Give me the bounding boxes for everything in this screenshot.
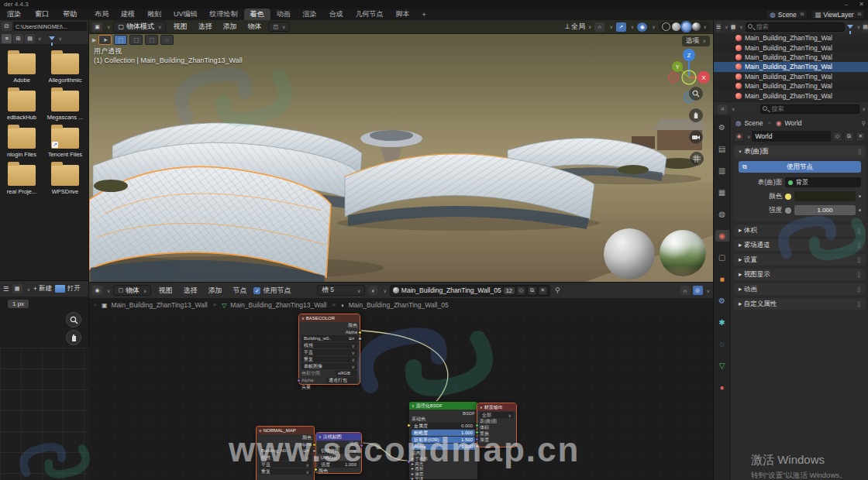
select-lasso-icon[interactable]: ◌ bbox=[160, 35, 174, 45]
surface-shader-selector[interactable]: 背景 bbox=[785, 177, 861, 187]
section-mist-pass[interactable]: ▸ 雾场通道⣿ bbox=[734, 239, 866, 251]
folder-feedbackhub[interactable]: edbackHub bbox=[0, 91, 43, 121]
transform-pivot-selector[interactable]: ◫∨ bbox=[268, 22, 290, 32]
zoom-icon[interactable] bbox=[66, 312, 81, 327]
tab-object-icon[interactable]: ■ bbox=[715, 273, 729, 285]
material-sphere-icon[interactable]: ◐ bbox=[368, 286, 378, 295]
select-subtract-icon[interactable]: ⬚ bbox=[145, 35, 158, 45]
node-principled-bsdf[interactable]: ∨原理化BSDF BSDF 基础色 金属度0.000 粗糙度1.000 折射率(… bbox=[408, 401, 478, 479]
section-viewport-display[interactable]: ▸ 视图显示⣿ bbox=[734, 269, 866, 280]
outliner-item[interactable]: Main_Building_ZhanTing_Wal bbox=[714, 53, 868, 62]
select-menu[interactable]: 选择 bbox=[179, 286, 201, 296]
viewport-camera-icon[interactable] bbox=[689, 130, 703, 144]
surface-panel-header[interactable]: ▼ 表(曲)面 ⣿ bbox=[734, 146, 866, 157]
target-dropdown[interactable]: 全部∨ bbox=[480, 412, 514, 418]
properties-search-input[interactable] bbox=[760, 105, 859, 114]
gizmo-center[interactable] bbox=[682, 70, 696, 84]
outliner-item[interactable]: Main_Building_ZhanTing_Wal bbox=[714, 91, 868, 100]
tab-world-icon[interactable]: ◉ bbox=[715, 230, 729, 242]
thickness-input-socket[interactable] bbox=[475, 444, 479, 448]
viewport-zoom-icon[interactable] bbox=[689, 87, 703, 101]
viewlayer-selector[interactable]: ▦ ViewLayer ⧉ bbox=[811, 9, 865, 19]
outliner-search-input[interactable] bbox=[746, 22, 845, 32]
node-normal-map[interactable]: ∨法线贴图 法向 切线空间∨ UVMap 强度1.000 颜色 bbox=[315, 432, 362, 474]
tab-viewlayer-icon[interactable]: ▦ bbox=[715, 187, 729, 198]
title-bar[interactable]: der 4.4.3 – ✕ bbox=[0, 0, 868, 9]
folder-allegorithmic[interactable]: Allegorithmic bbox=[43, 53, 87, 84]
add-menu[interactable]: 添加 bbox=[204, 286, 226, 296]
source-dropdown[interactable]: 单帧图像∨ bbox=[301, 363, 357, 369]
mode-selector[interactable]: ▢ 物体模式∨ bbox=[113, 21, 166, 33]
close-icon[interactable]: ✕ bbox=[859, 1, 864, 8]
add-menu[interactable]: 添加 bbox=[219, 22, 240, 32]
folder-adobe[interactable]: Adobe bbox=[0, 53, 43, 84]
folder-wpsdrive[interactable]: WPSDrive bbox=[43, 165, 87, 195]
proportional-edit-icon[interactable]: ◉ bbox=[637, 22, 647, 32]
tab-physics-icon[interactable]: ◌ bbox=[715, 338, 729, 350]
tab-compositing[interactable]: 合成 bbox=[323, 9, 350, 20]
world-name-field[interactable]: World bbox=[752, 131, 831, 142]
rendered-shading-icon[interactable] bbox=[692, 22, 701, 31]
uv-grid[interactable] bbox=[0, 348, 89, 480]
section-custom-properties[interactable]: ▸ 自定义属性⣿ bbox=[734, 298, 866, 310]
metallic-slider[interactable]: 金属度0.000 bbox=[412, 423, 475, 429]
colorspace-dropdown[interactable]: sRGB bbox=[336, 370, 357, 376]
strength-slider[interactable]: 1.000 bbox=[794, 205, 856, 215]
properties-editor-icon[interactable]: ⌗ bbox=[718, 105, 728, 114]
menu-window[interactable]: 窗口 bbox=[28, 9, 56, 19]
ior-slider[interactable]: 折射率(IOR)1.500 bbox=[412, 437, 475, 443]
world-icon[interactable]: ◉ bbox=[734, 132, 744, 142]
editor-type-icon[interactable]: ⊟ bbox=[2, 22, 12, 31]
tab-animation[interactable]: 动画 bbox=[270, 9, 297, 20]
scene-selector[interactable]: ◍ Scene ⧉ bbox=[766, 9, 808, 19]
tab-render-icon[interactable]: ▤ bbox=[715, 143, 729, 155]
editor-type-icon[interactable]: ▣ bbox=[92, 22, 102, 32]
outliner-filter-icon[interactable] bbox=[847, 25, 853, 29]
path-field[interactable]: C:\Users\NINGMEI\... bbox=[13, 22, 87, 31]
folder-megascans[interactable]: Megascans ... bbox=[43, 91, 87, 121]
section-animation[interactable]: ▸ 动画⣿ bbox=[734, 283, 866, 295]
minimize-icon[interactable]: – bbox=[845, 1, 848, 8]
color-swatch[interactable] bbox=[794, 191, 856, 201]
folder-nlogin-files[interactable]: nlogin Files bbox=[0, 128, 43, 158]
outliner-item[interactable]: Main_Building_ZhanTing_Wal bbox=[714, 81, 868, 91]
tab-collection-icon[interactable]: ▢ bbox=[715, 252, 729, 263]
add-workspace-button[interactable]: + bbox=[416, 10, 432, 19]
tab-scripting[interactable]: 脚本 bbox=[390, 9, 416, 20]
uvmap-field[interactable]: UVMap bbox=[319, 454, 359, 461]
tab-layout[interactable]: 布局 bbox=[88, 9, 115, 20]
expand-icon[interactable]: ＞ bbox=[92, 301, 98, 309]
node-material-output[interactable]: ∨材质输出 全部∨ 表(曲)面 体积 置换 厚度 bbox=[477, 403, 517, 447]
tab-scene-icon[interactable]: ◍ bbox=[715, 208, 729, 220]
tab-geometry-nodes[interactable]: 几何节点 bbox=[350, 9, 390, 20]
tab-particles-icon[interactable]: ✱ bbox=[715, 317, 729, 328]
keyframe-dot-icon[interactable] bbox=[859, 209, 861, 211]
keyframe-dot-icon[interactable] bbox=[859, 195, 861, 197]
fake-user-shield-icon[interactable]: ◇ bbox=[517, 286, 525, 295]
fake-user-shield-icon[interactable]: ◇ bbox=[832, 132, 842, 142]
copy-icon[interactable]: ⧉ bbox=[844, 132, 854, 142]
orientation-selector[interactable]: ⟂ 全局∨ bbox=[565, 22, 591, 32]
wireframe-shading-icon[interactable] bbox=[662, 22, 670, 31]
image-selector[interactable]: Building_N0..⧉✕ bbox=[259, 447, 312, 454]
material-selector[interactable]: Main_Building_ZhanTing_Wall_05 12 ◇ ⧉ ✕ bbox=[390, 285, 550, 297]
select-menu[interactable]: 选择 bbox=[194, 22, 215, 32]
copy-icon[interactable]: ⧉ bbox=[858, 12, 861, 17]
extension-dropdown[interactable]: 重复∨ bbox=[259, 468, 312, 475]
copy-icon[interactable]: ⧉ bbox=[528, 286, 536, 295]
use-nodes-checkbox[interactable]: ✓ 使用节点 bbox=[253, 286, 291, 296]
gizmo-x-neg[interactable] bbox=[669, 73, 679, 83]
tab-tool-icon[interactable]: ⚙ bbox=[715, 122, 729, 133]
tab-texture-paint[interactable]: 纹理绘制 bbox=[204, 9, 244, 20]
slot-selector[interactable]: 槽 5∨ bbox=[317, 285, 365, 296]
outliner-item-selected[interactable]: Main_Building_ZhanTing_Wal bbox=[714, 62, 868, 71]
normal-input-socket[interactable] bbox=[407, 460, 411, 464]
extension-dropdown[interactable]: 重复∨ bbox=[301, 356, 357, 362]
node-normalmap-texture[interactable]: ∨NORMAL_MAP 颜色 Alpha Building_N0..⧉✕ 线性∨… bbox=[256, 426, 315, 480]
tab-data-icon[interactable]: ▽ bbox=[715, 360, 729, 372]
tab-modifier-icon[interactable]: ⚙ bbox=[715, 295, 729, 307]
select-extend-icon[interactable]: ⬚ bbox=[129, 35, 143, 45]
editor-type-icon[interactable]: ◉ bbox=[92, 286, 102, 295]
new-collection-icon[interactable]: ▤ bbox=[863, 22, 868, 32]
viewport-ortho-grid-icon[interactable] bbox=[690, 152, 704, 166]
